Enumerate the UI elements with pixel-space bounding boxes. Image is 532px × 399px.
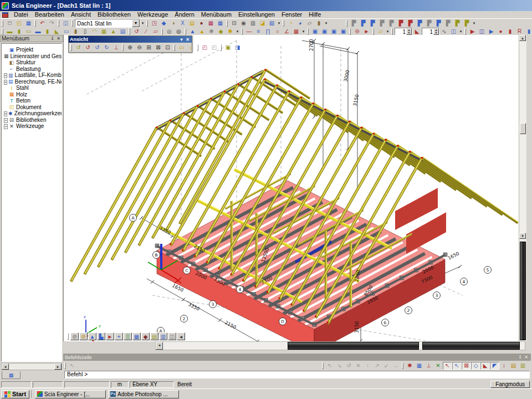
start-button[interactable]: Start	[1, 390, 29, 398]
zoom-out-icon[interactable]: ⊖	[135, 44, 144, 52]
zoom-selection-icon[interactable]: ⊡	[163, 44, 172, 52]
sidebar-item-dokument[interactable]: ◰Dokument	[4, 104, 62, 111]
select-clear-icon[interactable]: ✕	[354, 362, 363, 370]
preview-icon[interactable]: ◉	[239, 19, 248, 27]
rotate-icon[interactable]: ▣	[339, 28, 348, 35]
view-toggle-1-icon[interactable]: ▛	[349, 19, 359, 27]
activity-icon[interactable]: ◣	[412, 28, 422, 35]
render-mode-icon[interactable]: ⊘	[79, 332, 88, 340]
view-toggle-3-icon[interactable]: ▛	[368, 19, 377, 27]
scroll-down-icon[interactable]: ▾	[519, 233, 526, 239]
select-swap-icon[interactable]: ↔	[391, 362, 401, 370]
close-icon[interactable]: ✕	[55, 35, 62, 42]
table-red-icon[interactable]: ▦	[206, 19, 216, 27]
select-single-icon[interactable]: ↖	[325, 362, 335, 370]
tree-expander-icon[interactable]: +	[4, 118, 7, 123]
gallery-icon[interactable]: ◪	[258, 19, 267, 27]
viewpoint-icon[interactable]: ◰	[200, 44, 209, 52]
tree-expander-icon[interactable]: +	[4, 111, 7, 116]
sidebar-item-beton[interactable]: TBeton	[4, 98, 62, 104]
haunch-icon[interactable]: ◣	[52, 28, 62, 35]
snap-node-icon[interactable]: ↖	[452, 362, 462, 370]
shading-icon[interactable]: ▣	[223, 44, 233, 52]
menu-item-ansicht[interactable]: Ansicht	[68, 11, 94, 18]
sidebar-item-struktur[interactable]: ◧Struktur	[4, 59, 62, 66]
axes-icon[interactable]: X	[178, 19, 187, 27]
pin-icon[interactable]: ↧	[517, 354, 523, 360]
support-beam-icon[interactable]: ▮	[505, 28, 515, 35]
move-icon[interactable]: ▣	[329, 28, 339, 35]
viewpoint-2-icon[interactable]: ◰	[209, 44, 219, 52]
sidebar-hscrollbar[interactable]: ◂ ▸	[1, 363, 62, 370]
results-icon[interactable]: ◆	[141, 332, 150, 340]
plate-icon[interactable]: ▭	[62, 28, 71, 35]
table-icon[interactable]: ▥	[159, 332, 167, 340]
snap-vert-icon[interactable]: ↕	[499, 362, 509, 370]
wireframe-icon[interactable]: ◨	[233, 44, 242, 52]
menu-item-hilfe[interactable]: Hilfe	[305, 11, 324, 18]
support-wall-icon[interactable]: ▮	[524, 28, 532, 35]
solid-icon[interactable]: ◆	[216, 28, 226, 35]
view-toggle-5-icon[interactable]: ▛	[387, 19, 396, 27]
toolbar-grip[interactable]	[185, 28, 186, 35]
toolbar-grip[interactable]	[67, 333, 69, 340]
raster-icon[interactable]: ▦	[291, 28, 301, 35]
select-deselect-icon[interactable]: ↘	[335, 362, 344, 370]
more-options-icon[interactable]: ▾	[277, 21, 282, 25]
more-options-icon[interactable]: ▾	[472, 21, 477, 25]
light-icon[interactable]: ☼	[186, 44, 196, 52]
select-previous-icon[interactable]: ↺	[344, 362, 354, 370]
combo-dropdown-icon[interactable]: ▼	[132, 19, 140, 27]
export-icon[interactable]: ▧	[267, 19, 277, 27]
line-icon[interactable]: —	[244, 28, 254, 35]
zoom-window-icon[interactable]: ⊞	[144, 44, 154, 52]
snap-midpoint-icon[interactable]: ✱	[405, 362, 415, 370]
redo-icon[interactable]: ↷	[47, 19, 57, 27]
sidebar-item-bibliotheken[interactable]: +▤Bibliotheken	[4, 117, 62, 124]
sight-1-icon[interactable]: ◎	[165, 28, 174, 35]
rotate-x-icon[interactable]: ↺	[83, 44, 93, 52]
toolbar-grip[interactable]	[197, 44, 198, 51]
hscroll-thumb[interactable]	[288, 342, 419, 350]
sidebar-item-stahl[interactable]: IStahl	[4, 85, 62, 91]
load-display-icon[interactable]: ►	[106, 332, 114, 340]
toolbar-grip[interactable]	[129, 28, 130, 35]
view-toggle-2-icon[interactable]: ▛	[359, 19, 368, 27]
mesh-icon[interactable]: ▦	[132, 332, 141, 340]
angle-icon[interactable]: ∠	[282, 28, 291, 35]
page-icon[interactable]: ▥	[248, 19, 258, 27]
close-icon[interactable]: ✕	[185, 37, 191, 43]
dimension-icon[interactable]: +	[115, 332, 123, 340]
select-add-icon[interactable]: ↗	[372, 362, 382, 370]
tree-expander-icon[interactable]: +	[4, 80, 7, 85]
copy-icon[interactable]: ▣	[310, 28, 320, 35]
tree-expander-icon[interactable]: +	[4, 73, 7, 78]
scroll-left-icon[interactable]: ◂	[2, 364, 9, 370]
menu-item-datei[interactable]: Datei	[11, 11, 32, 18]
menu-item-fenster[interactable]: Fenster	[278, 11, 305, 18]
snap-edge-icon[interactable]: ◇	[471, 362, 480, 370]
tree-expander-icon[interactable]: +	[4, 124, 7, 129]
zoom-in-icon[interactable]: ⊕	[125, 44, 135, 52]
beam-icon[interactable]: ▬	[33, 28, 43, 35]
toolbar-grip[interactable]	[307, 28, 309, 35]
rotate-z-icon[interactable]: ↻	[102, 44, 111, 52]
truss-icon[interactable]: ▲	[109, 28, 118, 35]
view-toggle-11-icon[interactable]: ▛	[443, 19, 453, 27]
storey-icon[interactable]: ▲	[197, 28, 207, 35]
menu-item-einstellungen[interactable]: Einstellungen	[235, 11, 278, 18]
scroll-up-icon[interactable]: ▴	[519, 35, 526, 41]
status-unit[interactable]: m	[111, 381, 129, 388]
sight-2-icon[interactable]: ◎	[174, 28, 183, 35]
mdi-child-icon[interactable]	[2, 12, 8, 18]
chevron-down-icon[interactable]: ▾	[178, 37, 185, 43]
menu-item-werkzeuge[interactable]: Werkzeuge	[134, 11, 171, 18]
sidebar-item-linienraster-und-gescho[interactable]: ▦Linienraster und Gescho	[4, 53, 62, 60]
snap-perp-icon[interactable]: ⊥	[424, 362, 433, 370]
layer-stepper[interactable]: 1▲▼	[422, 28, 439, 35]
delete-icon[interactable]: ⊖	[352, 28, 362, 35]
sidebar-item-projekt[interactable]: ▣Projekt	[4, 47, 62, 53]
toolbar-grip[interactable]	[346, 20, 347, 27]
sidebar-item-werkzeuge[interactable]: +✕Werkzeuge	[4, 123, 62, 130]
parallel-lines-icon[interactable]: ≡	[254, 28, 263, 35]
